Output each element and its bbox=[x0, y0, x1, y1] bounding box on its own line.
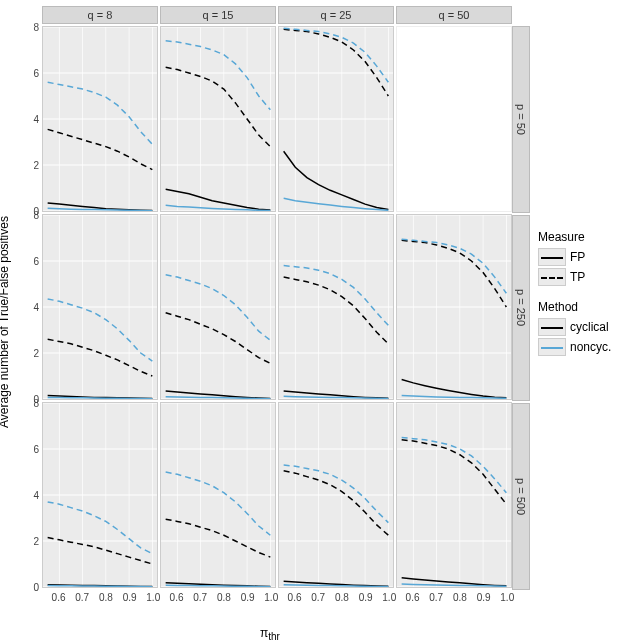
legend-label: cyclical bbox=[570, 320, 609, 334]
facet-panel bbox=[160, 214, 276, 400]
x-ticks: 0.60.70.80.91.0 bbox=[278, 590, 394, 616]
legend-method-title: Method bbox=[538, 300, 611, 314]
row-strip: p = 50 bbox=[512, 26, 530, 213]
x-ticks: 0.60.70.80.91.0 bbox=[396, 590, 512, 616]
facet-panel bbox=[160, 402, 276, 588]
facet-chart: Average number of True/False positives π… bbox=[0, 0, 626, 644]
x-ticks: 0.60.70.80.91.0 bbox=[42, 590, 158, 616]
col-strip: q = 50 bbox=[396, 6, 512, 24]
row-strip: p = 500 bbox=[512, 403, 530, 590]
facet-panel bbox=[396, 26, 512, 212]
facet-panel bbox=[160, 26, 276, 212]
legend-label: noncyc. bbox=[570, 340, 611, 354]
x-axis-label: πthr bbox=[260, 626, 280, 642]
facet-panel bbox=[396, 214, 512, 400]
facet-panel bbox=[278, 214, 394, 400]
facet-panel: 02468 bbox=[42, 214, 158, 400]
legend-item-noncyc: noncyc. bbox=[538, 338, 611, 356]
legend-item-cyclical: cyclical bbox=[538, 318, 611, 336]
legend: Measure FP TP Method cyclical noncyc. bbox=[538, 230, 611, 370]
col-strip: q = 8 bbox=[42, 6, 158, 24]
col-strip: q = 15 bbox=[160, 6, 276, 24]
legend-label: FP bbox=[570, 250, 585, 264]
facet-panel bbox=[278, 26, 394, 212]
y-axis-label: Average number of True/False positives bbox=[0, 216, 11, 428]
col-strip: q = 25 bbox=[278, 6, 394, 24]
x-ticks: 0.60.70.80.91.0 bbox=[160, 590, 276, 616]
facet-panel: 02468 bbox=[42, 26, 158, 212]
legend-measure-title: Measure bbox=[538, 230, 611, 244]
facet-panel bbox=[396, 402, 512, 588]
legend-item-fp: FP bbox=[538, 248, 611, 266]
row-strip: p = 250 bbox=[512, 215, 530, 402]
legend-label: TP bbox=[570, 270, 585, 284]
facet-panel bbox=[278, 402, 394, 588]
facet-panel: 02468 bbox=[42, 402, 158, 588]
legend-item-tp: TP bbox=[538, 268, 611, 286]
